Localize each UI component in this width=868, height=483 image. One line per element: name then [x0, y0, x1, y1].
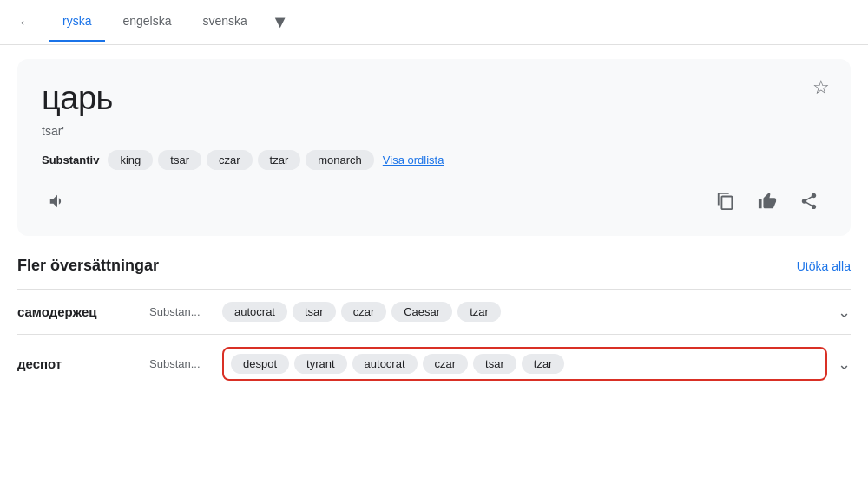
synonym-chip-king[interactable]: king [108, 150, 153, 170]
transliteration: tsar' [42, 124, 826, 138]
pos-label: Substantiv [42, 153, 99, 166]
translation-row-samoderzhec: самодержец Substan... autocrat tsar czar… [17, 289, 851, 334]
synonym-chip-tzar[interactable]: tzar [258, 150, 301, 170]
chevron-down-despot[interactable]: ⌄ [838, 355, 851, 374]
language-bar: ← ryska engelska svenska ▼ [0, 0, 868, 45]
more-translations-section: Fler översättningar Utöka alla самодерже… [0, 250, 868, 393]
main-translation-card: царь tsar' Substantiv king tsar czar tza… [17, 59, 851, 236]
pos-despot: Substan... [149, 357, 212, 370]
synonym-chip-czar[interactable]: czar [207, 150, 253, 170]
chip-caesar[interactable]: Caesar [391, 302, 452, 322]
russian-word-despot: деспот [17, 356, 139, 371]
action-icons [708, 184, 826, 219]
thumbs-up-icon [758, 192, 777, 211]
chevron-down-samoderzhec[interactable]: ⌄ [838, 303, 851, 322]
synonyms-row: Substantiv king tsar czar tzar monarch V… [42, 150, 826, 170]
synonym-chip-monarch[interactable]: monarch [306, 150, 374, 170]
chip-tzar-1[interactable]: tzar [457, 302, 501, 322]
chip-despot[interactable]: despot [231, 354, 289, 374]
share-icon [799, 192, 819, 211]
russian-word-samoderzhec: самодержец [17, 304, 139, 319]
expand-all-button[interactable]: Utöka alla [797, 259, 851, 273]
audio-icon [48, 192, 67, 211]
source-word: царь [42, 80, 826, 117]
chip-tsar-2[interactable]: tsar [473, 354, 516, 374]
back-arrow-icon[interactable]: ← [17, 12, 35, 32]
action-row [42, 184, 826, 219]
copy-button[interactable] [708, 184, 743, 219]
share-button[interactable] [792, 184, 826, 219]
chip-autocrat[interactable]: autocrat [222, 302, 287, 322]
chips-despot: despot tyrant autocrat czar tsar tzar [222, 347, 827, 381]
chips-samoderzhec: autocrat tsar czar Caesar tzar [222, 302, 827, 322]
copy-icon [716, 192, 735, 211]
more-header: Fler översättningar Utöka alla [17, 257, 851, 275]
chip-autocrat-2[interactable]: autocrat [352, 354, 418, 374]
chip-czar-2[interactable]: czar [423, 354, 469, 374]
more-title: Fler översättningar [17, 257, 159, 275]
visa-ordlista-link[interactable]: Visa ordlista [383, 153, 444, 166]
chip-tyrant[interactable]: tyrant [294, 354, 347, 374]
synonym-chip-tsar[interactable]: tsar [158, 150, 201, 170]
tab-engelska[interactable]: engelska [108, 2, 185, 42]
language-dropdown[interactable]: ▼ [265, 5, 296, 39]
bookmark-button[interactable]: ☆ [812, 76, 830, 99]
audio-button[interactable] [42, 186, 73, 217]
pos-samoderzhec: Substan... [149, 305, 212, 318]
chip-czar-1[interactable]: czar [341, 302, 387, 322]
chip-tzar-2[interactable]: tzar [522, 354, 565, 374]
tab-ryska[interactable]: ryska [49, 2, 105, 42]
translation-row-despot: деспот Substan... despot tyrant autocrat… [17, 334, 851, 393]
thumbs-up-button[interactable] [750, 184, 785, 219]
chip-tsar-1[interactable]: tsar [293, 302, 336, 322]
tab-svenska[interactable]: svenska [189, 2, 261, 42]
